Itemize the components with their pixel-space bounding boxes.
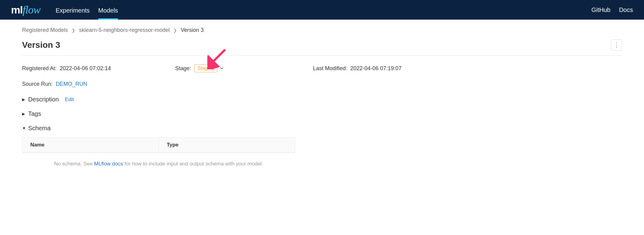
source-run-label: Source Run: <box>22 81 53 87</box>
schema-docs-link[interactable]: MLflow docs <box>94 161 123 167</box>
last-modified-value: 2022-04-06 07:19:07 <box>350 65 401 72</box>
description-title: Description <box>28 96 59 103</box>
registered-at-block: Registered At: 2022-04-06 07:02:14 <box>22 64 175 72</box>
chevron-right-icon: ❯ <box>173 28 177 33</box>
schema-empty-suffix: for how to include input and output sche… <box>123 161 263 167</box>
breadcrumb-root[interactable]: Registered Models <box>22 27 68 33</box>
description-header[interactable]: ▶ Description Edit <box>22 96 622 103</box>
schema-col-name: Name <box>22 138 159 152</box>
meta-row-1: Registered At: 2022-04-06 07:02:14 Stage… <box>22 64 622 72</box>
breadcrumb-model[interactable]: sklearn-5-neighbors-regressor-model <box>79 27 170 33</box>
main-nav: Experiments Models <box>56 2 127 18</box>
chevron-down-icon[interactable] <box>220 66 224 70</box>
caret-right-icon: ▶ <box>22 112 28 116</box>
top-nav: mlflow Experiments Models GitHub Docs <box>0 0 644 20</box>
tags-section: ▶ Tags <box>22 110 622 117</box>
schema-empty-message: No schema. See MLflow docs for how to in… <box>22 158 295 170</box>
description-section: ▶ Description Edit <box>22 96 622 103</box>
svg-line-1 <box>211 50 225 64</box>
title-row: Version 3 ⋮ <box>22 40 622 51</box>
schema-empty-prefix: No schema. See <box>54 161 94 167</box>
registered-at-label: Registered At: <box>22 65 57 72</box>
stage-badge[interactable]: Staging <box>194 64 217 72</box>
registered-at-value: 2022-04-06 07:02:14 <box>60 65 111 72</box>
nav-experiments[interactable]: Experiments <box>56 2 90 18</box>
tags-title: Tags <box>28 110 41 117</box>
page-title: Version 3 <box>22 40 60 50</box>
page-content: Registered Models ❯ sklearn-5-neighbors-… <box>0 20 644 177</box>
nav-left: mlflow Experiments Models <box>11 2 126 18</box>
more-vertical-icon: ⋮ <box>614 42 619 48</box>
nav-docs[interactable]: Docs <box>619 6 633 13</box>
schema-table: Name Type <box>22 137 295 153</box>
schema-title: Schema <box>28 125 51 132</box>
schema-table-head: Name Type <box>22 138 295 153</box>
source-run-link[interactable]: DEMO_RUN <box>56 81 87 87</box>
nav-models[interactable]: Models <box>98 2 118 18</box>
mlflow-logo[interactable]: mlflow <box>11 3 40 16</box>
schema-section: ▼ Schema Name Type No schema. See MLflow… <box>22 125 622 170</box>
caret-right-icon: ▶ <box>22 97 28 102</box>
divider <box>22 55 622 56</box>
chevron-right-icon: ❯ <box>72 28 75 33</box>
schema-header[interactable]: ▼ Schema <box>22 125 622 132</box>
stage-block: Stage: Staging <box>175 64 313 72</box>
tags-header[interactable]: ▶ Tags <box>22 110 622 117</box>
source-run-block: Source Run: DEMO_RUN <box>22 81 87 87</box>
last-modified-label: Last Modified: <box>313 65 347 72</box>
breadcrumb-current: Version 3 <box>181 27 204 33</box>
breadcrumb: Registered Models ❯ sklearn-5-neighbors-… <box>22 27 622 33</box>
stage-label: Stage: <box>175 65 191 72</box>
logo-text-flow: flow <box>23 3 40 16</box>
nav-github[interactable]: GitHub <box>591 6 610 13</box>
schema-col-type: Type <box>159 138 295 152</box>
more-actions-button[interactable]: ⋮ <box>611 40 622 51</box>
last-modified-block: Last Modified: 2022-04-06 07:19:07 <box>313 64 401 72</box>
meta-row-2: Source Run: DEMO_RUN <box>22 81 622 87</box>
edit-description-link[interactable]: Edit <box>65 97 74 103</box>
nav-right: GitHub Docs <box>583 6 633 13</box>
caret-down-icon: ▼ <box>22 126 28 131</box>
logo-text-ml: ml <box>11 4 23 16</box>
